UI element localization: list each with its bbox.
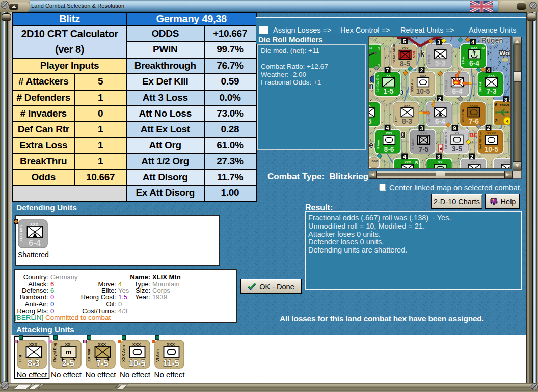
svg-text:xx: xx [438, 160, 443, 164]
svg-text:2: 2 [487, 125, 490, 131]
svg-text:1st Arm Div: 1st Arm Div [444, 132, 447, 149]
svg-text:88J: 88J [368, 46, 372, 50]
svg-text:4: 4 [487, 67, 490, 73]
svg-text:XLIX Mtn: XLIX Mtn [19, 225, 23, 242]
svg-text:10-5: 10-5 [485, 146, 499, 153]
svg-text:I Inf: I Inf [18, 355, 22, 362]
svg-text:7-5: 7-5 [419, 146, 429, 153]
svg-text:8-5: 8-5 [400, 60, 410, 68]
svg-text:6-4: 6-4 [452, 88, 463, 95]
svg-text:xxx: xxx [404, 103, 411, 108]
svg-text:Yak-9: Yak-9 [499, 103, 509, 107]
svg-text:xxxx: xxxx [487, 131, 496, 135]
svg-text:7-3: 7-3 [486, 88, 496, 95]
svg-text:xx: xx [368, 103, 371, 108]
svg-text:R: R [415, 160, 418, 165]
svg-text:7-6: 7-6 [469, 118, 479, 125]
svg-text:xxx: xxx [488, 73, 495, 78]
svg-text:3: 3 [437, 154, 440, 160]
svg-text:3: 3 [504, 97, 507, 103]
svg-text:xxx: xxx [30, 221, 39, 227]
svg-text:2-5: 2-5 [62, 358, 74, 368]
svg-text:8-3: 8-3 [402, 118, 412, 125]
svg-text:4: 4 [403, 154, 406, 160]
svg-text:xxx: xxx [404, 160, 411, 164]
svg-text:2nd GB Arm: 2nd GB Arm [478, 131, 482, 150]
svg-text:xx: xx [65, 341, 70, 347]
svg-text:2: 2 [368, 62, 369, 68]
svg-text:k: k [420, 49, 425, 58]
svg-text:1-5: 1-5 [384, 88, 394, 95]
svg-text:6-4: 6-4 [469, 60, 479, 67]
svg-text:5-3: 5-3 [435, 60, 445, 67]
svg-text:VI Arm: VI Arm [155, 349, 160, 362]
svg-text:10-5: 10-5 [128, 358, 145, 368]
svg-text:5: 5 [403, 38, 406, 44]
svg-text:xxx: xxx [401, 46, 409, 50]
svg-text:XIV Inf: XIV Inf [478, 81, 482, 92]
svg-text:2nd Arm: 2nd Arm [461, 109, 464, 122]
svg-text:xxx: xxx [437, 103, 444, 108]
svg-text:xxx: xxx [386, 131, 393, 135]
svg-text:n: n [369, 81, 374, 90]
svg-text:Royal Eng: Royal Eng [52, 343, 57, 362]
svg-text:xxxx: xxxx [469, 103, 478, 108]
svg-text:xxx: xxx [504, 160, 511, 164]
svg-text:4: 4 [471, 39, 474, 45]
svg-text:Wol: Wol [499, 49, 511, 57]
svg-text:xxx: xxx [167, 341, 175, 347]
svg-text:8-6: 8-6 [384, 146, 394, 153]
svg-text:Ind Can Mech: Ind Can Mech [392, 44, 395, 64]
svg-text:CAN: CAN [412, 51, 415, 58]
svg-text:6-4: 6-4 [29, 238, 41, 247]
svg-text:I Para: I Para [427, 55, 431, 64]
svg-text:xxx: xxx [29, 341, 38, 347]
svg-text:LXXI Inf: LXXI Inf [444, 80, 448, 92]
svg-text:XI Mech: XI Mech [411, 137, 414, 149]
svg-text:?: ? [492, 198, 495, 203]
svg-text:7: 7 [386, 67, 389, 73]
svg-text:XXX Arm: XXX Arm [121, 345, 125, 362]
svg-text:-5: -5 [368, 118, 372, 125]
svg-text:8-3: 8-3 [28, 358, 40, 368]
svg-text:1st Cav Div: 1st Cav Div [375, 75, 379, 92]
svg-text:7-5: 7-5 [96, 358, 109, 368]
svg-text:9: 9 [453, 125, 456, 131]
svg-text:xxx: xxx [132, 341, 141, 347]
svg-text:XX Mot: XX Mot [87, 348, 91, 362]
svg-text:xxx: xxx [371, 158, 379, 163]
svg-text:Rügen: Rügen [481, 37, 503, 44]
svg-text:2: 2 [470, 154, 473, 160]
svg-text:6-4: 6-4 [435, 118, 445, 125]
svg-text:m: m [65, 348, 71, 356]
svg-text:11-5: 11-5 [163, 358, 179, 368]
svg-text:xxx: xxx [420, 73, 427, 78]
svg-text:10-5: 10-5 [416, 88, 431, 95]
svg-text:4: 4 [506, 118, 509, 124]
svg-text:xxx: xxx [437, 45, 444, 50]
svg-text:4: 4 [386, 125, 389, 131]
svg-text:3: 3 [420, 125, 423, 131]
svg-text:3: 3 [437, 39, 440, 45]
svg-text:2: 2 [420, 67, 423, 73]
svg-text:III Arm: III Arm [376, 139, 380, 149]
svg-text:6: 6 [495, 102, 497, 107]
svg-text:1: 1 [378, 46, 380, 51]
svg-text:g: g [368, 58, 368, 62]
svg-text:xxx: xxx [471, 160, 478, 164]
svg-text:XXX Arm: XXX Arm [410, 78, 414, 92]
svg-text:R: R [482, 46, 485, 50]
svg-text:xxx: xxx [471, 45, 478, 50]
svg-text:I Inf: I Inf [394, 116, 397, 122]
svg-text:xxx: xxx [98, 341, 106, 347]
svg-text:3-5: 3-5 [452, 145, 462, 153]
svg-text:2: 2 [438, 96, 441, 102]
svg-text:xx: xx [455, 131, 460, 135]
svg-text:xxx: xxx [420, 131, 427, 135]
svg-text:xx: xx [386, 73, 391, 78]
svg-text:2: 2 [495, 118, 498, 123]
svg-text:I Mar: I Mar [461, 56, 465, 64]
